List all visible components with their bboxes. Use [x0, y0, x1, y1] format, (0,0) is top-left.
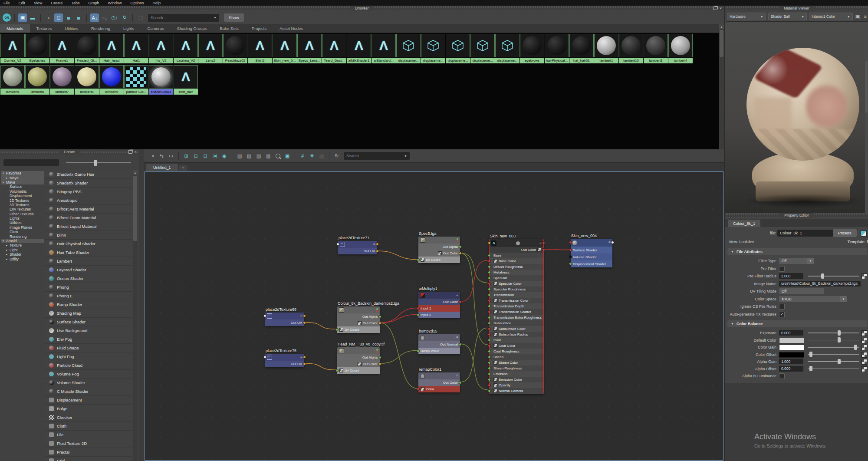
node-type-ramp-shader[interactable]: Ramp Shader — [45, 300, 132, 309]
input-port-dot[interactable] — [417, 258, 420, 261]
yellow-port-dot[interactable] — [303, 314, 306, 317]
node-type-phong-e[interactable]: Phong E — [45, 292, 132, 300]
float-panel-icon[interactable] — [128, 150, 132, 154]
pre-filter-radius-slider[interactable] — [808, 273, 859, 279]
ignore-cs-file-rules-checkbox[interactable] — [779, 304, 785, 310]
attr-subsurface-radius[interactable]: Subsurface Radius — [490, 332, 543, 337]
input-port-dot[interactable] — [417, 307, 420, 310]
graph-node-skin-new-004[interactable]: Skin_new_004≡Surface ShaderVolume Shader… — [571, 239, 612, 267]
output-port-dot[interactable] — [378, 362, 381, 366]
node-type-hair-tube-shader[interactable]: Hair Tube Shader — [45, 248, 132, 257]
swatch-lambert5[interactable]: lambert5 — [0, 65, 25, 95]
swatch-particle-clo[interactable]: particle Clo... — [124, 65, 148, 95]
graph-node-place2dtexture71[interactable]: place2dTexture71≡Out UV — [338, 241, 377, 254]
input-port-dot[interactable] — [488, 327, 491, 330]
input-port-dot[interactable] — [488, 333, 491, 336]
graph-node-place2dtexture69[interactable]: place2dTexture69≡Out UV — [265, 313, 304, 326]
tab-cameras[interactable]: Cameras — [141, 24, 171, 33]
swatch-frame1[interactable]: ΛFrame1 — [50, 34, 74, 63]
white-port-dot[interactable] — [336, 243, 339, 246]
swatch-size-large-icon[interactable]: ◙ — [64, 13, 73, 22]
swatch-lambert8[interactable]: lambert8 — [75, 65, 99, 95]
color-gain-swatch[interactable] — [779, 345, 804, 350]
attr-transmission-depth[interactable]: Transmission Depth — [490, 303, 543, 309]
input-port-dot[interactable] — [488, 277, 491, 280]
swatch-lambert10[interactable]: lambert10 — [619, 34, 643, 63]
alpha-gain-input[interactable]: 1.000 — [779, 359, 803, 364]
tab-shading-groups[interactable]: Shading Groups — [171, 24, 214, 33]
node-type-stingray-pbs[interactable]: Stingray PBS — [45, 188, 132, 196]
attr-emission[interactable]: Emission — [490, 371, 543, 377]
renderer-dropdown[interactable]: Hardware▼ — [727, 13, 766, 20]
menu-view[interactable]: View — [34, 1, 42, 5]
output-port-dot[interactable] — [459, 381, 462, 384]
attr-base-color[interactable]: Base Color — [490, 258, 543, 264]
attr-transmission-scatter[interactable]: Transmission Scatter — [490, 309, 543, 315]
node-list-scrollbar[interactable]: ▲ — [133, 170, 138, 461]
input-port-dot[interactable] — [569, 255, 572, 258]
swatch-lens2[interactable]: ΛLens2 — [198, 34, 223, 63]
node-header[interactable]: ≡ — [418, 334, 460, 341]
swatch-lambert9[interactable]: lambert9 — [99, 65, 124, 95]
rename-icon[interactable]: ≡↓ — [100, 13, 109, 22]
default-color-swatch[interactable] — [779, 338, 804, 343]
exposure-input[interactable]: 0.000 — [779, 330, 803, 336]
input-port-dot[interactable] — [488, 344, 491, 347]
row-out-uv[interactable]: Out UV — [265, 361, 304, 367]
pre-filter-checkbox[interactable] — [779, 266, 785, 272]
tab-lights[interactable]: Lights — [117, 24, 141, 33]
node-type-cloth[interactable]: Cloth — [45, 422, 132, 431]
node-header[interactable] — [418, 237, 460, 244]
graph-node-remapcolor1[interactable]: remapColor1≡Out ColorColor — [418, 372, 460, 392]
swatch-displaceme[interactable]: displaceme... — [396, 34, 421, 63]
zoom-search-icon[interactable] — [273, 151, 282, 160]
tree-item-lights[interactable]: Lights — [1, 216, 44, 221]
node-type-c-muscle-shader[interactable]: C Muscle Shader — [45, 387, 132, 396]
graph-node-bump2d15[interactable]: bump2d15≡Out NormalBump Value — [418, 334, 460, 354]
node-type-bulge[interactable]: Bulge — [45, 405, 132, 413]
pin-selected-icon[interactable]: ◉ — [220, 151, 229, 160]
slider-handle[interactable] — [838, 330, 841, 336]
row-out-color[interactable]: Out Color — [337, 320, 380, 326]
texture-map-button[interactable] — [861, 273, 867, 279]
slider-handle[interactable] — [821, 273, 824, 279]
red-port-dot[interactable] — [569, 241, 572, 244]
swatch-aistandard[interactable]: ΛaiStandard... — [372, 34, 396, 63]
node-header[interactable] — [337, 306, 380, 313]
slider-handle[interactable] — [838, 359, 841, 364]
node-header[interactable]: ≡ — [338, 241, 377, 248]
add-upstream-icon[interactable]: ⊟ — [191, 151, 200, 160]
input-port-dot[interactable] — [488, 305, 491, 308]
graph-node-head-nm-u0-v0-copy-tif[interactable]: Head_NM__u0_v0_copy.tifOut AlphaOut Colo… — [337, 347, 380, 374]
row-uv-coord[interactable]: Uv Coord — [337, 367, 380, 374]
graph-node-spec5-tga[interactable]: Spec5.tgaOut AlphaOut ColorUv Coord — [418, 237, 460, 263]
swatch-hair-head[interactable]: ΛHair_head — [99, 34, 124, 63]
graph-node-colour-8k-badskin-darkerlips2-tga[interactable]: Colour_8k_Badskin_darkerlips2.tgaOut Alp… — [337, 306, 380, 333]
scroll-up-icon[interactable]: ▲ — [133, 170, 138, 175]
row-out-color[interactable]: Out Color — [418, 379, 460, 386]
tree-item-utilities[interactable]: Utilities — [1, 221, 44, 225]
attr-sheen-roughness[interactable]: Sheen Roughness — [490, 366, 543, 371]
swatch-hat-hair01[interactable]: hat_hair01 — [569, 34, 594, 63]
texture-map-button[interactable] — [861, 359, 867, 365]
output-port-dot[interactable] — [378, 356, 381, 359]
input-port-dot[interactable] — [488, 271, 491, 274]
attr-normal-camera[interactable]: Normal Camera — [490, 388, 543, 394]
swatch-search-input[interactable]: Search...▼ — [148, 14, 219, 22]
refresh-swatches-icon[interactable]: ↻ — [120, 13, 129, 22]
close-panel-icon[interactable]: × — [135, 150, 137, 154]
geometry-dropdown[interactable]: Shader Ball▼ — [768, 13, 807, 20]
tree-item-image-planes[interactable]: Image Planes — [1, 225, 44, 230]
alpha-offset-slider[interactable] — [808, 366, 859, 372]
browser-scrollbar[interactable]: ▲ — [719, 24, 724, 149]
attr-coat[interactable]: Coat — [490, 337, 543, 343]
swatch-aimixshader1[interactable]: ΛaiMixShader1 — [347, 34, 371, 63]
row-bump-value[interactable]: Bump Value — [418, 348, 460, 354]
sort-name-icon[interactable]: A↓ — [90, 13, 99, 22]
input-port-dot[interactable] — [335, 369, 339, 372]
attr-transmission-extra-roughness[interactable]: Transmission Extra Roughness — [490, 315, 543, 320]
auto-generate-tx-textures-checkbox[interactable]: ✓ — [779, 312, 785, 317]
swatch-displaceme[interactable]: displaceme... — [446, 34, 470, 63]
swatch-shaderglow1[interactable]: shaderGlow1 — [149, 65, 173, 95]
tree-item-shader[interactable]: ▸Shader — [1, 252, 44, 257]
